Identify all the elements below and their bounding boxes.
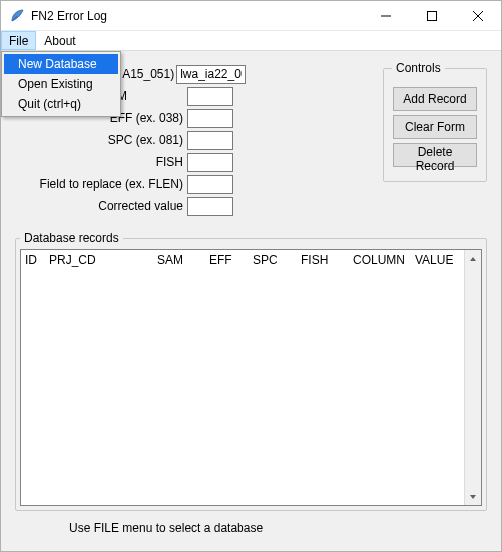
menu-quit-label: Quit (ctrl+q)	[18, 97, 81, 111]
records-scrollbar[interactable]	[464, 250, 481, 505]
col-column[interactable]: COLUMN	[349, 251, 411, 269]
spc-label: SPC (ex. 081)	[13, 133, 187, 147]
col-sam[interactable]: SAM	[153, 251, 205, 269]
fieldrep-input[interactable]	[187, 175, 233, 194]
col-spc[interactable]: SPC	[249, 251, 297, 269]
records-fieldset: Database records ID PRJ_CD SAM EFF SPC F…	[15, 231, 487, 511]
scroll-down-icon[interactable]	[465, 488, 482, 505]
menu-file[interactable]: File	[1, 31, 36, 50]
svg-rect-0	[428, 11, 437, 20]
add-record-button[interactable]: Add Record	[393, 87, 477, 111]
app-window: FN2 Error Log File About New Database Op…	[0, 0, 502, 552]
app-feather-icon	[9, 8, 25, 24]
controls-fieldset: Controls Add Record Clear Form Delete Re…	[383, 61, 487, 182]
corrected-label: Corrected value	[13, 199, 187, 213]
corrected-input[interactable]	[187, 197, 233, 216]
col-eff[interactable]: EFF	[205, 251, 249, 269]
col-prj[interactable]: PRJ_CD	[45, 251, 153, 269]
menu-open-existing-label: Open Existing	[18, 77, 93, 91]
controls-panel: Controls Add Record Clear Form Delete Re…	[381, 61, 489, 182]
row-fish: FISH	[13, 151, 363, 173]
row-corrected: Corrected value	[13, 195, 363, 217]
window-title: FN2 Error Log	[31, 9, 363, 23]
maximize-button[interactable]	[409, 1, 455, 30]
row-spc: SPC (ex. 081)	[13, 129, 363, 151]
client-area: VA_IA15_051) M EFF (ex. 038) SPC (ex. 08…	[1, 51, 501, 551]
scroll-up-icon[interactable]	[465, 250, 482, 267]
records-list-inner[interactable]: ID PRJ_CD SAM EFF SPC FISH COLUMN VALUE	[21, 250, 464, 505]
menu-about-label: About	[44, 34, 75, 48]
window-buttons	[363, 1, 501, 30]
col-fish[interactable]: FISH	[297, 251, 349, 269]
fish-input[interactable]	[187, 153, 233, 172]
controls-legend: Controls	[392, 61, 445, 75]
add-record-label: Add Record	[403, 92, 466, 106]
minimize-button[interactable]	[363, 1, 409, 30]
col-id[interactable]: ID	[21, 251, 45, 269]
eff-input[interactable]	[187, 109, 233, 128]
menu-quit[interactable]: Quit (ctrl+q)	[4, 94, 118, 114]
menu-file-label: File	[9, 34, 28, 48]
menu-open-existing[interactable]: Open Existing	[4, 74, 118, 94]
fieldrep-label: Field to replace (ex. FLEN)	[13, 177, 187, 191]
records-legend: Database records	[20, 231, 123, 245]
menu-new-database[interactable]: New Database	[4, 54, 118, 74]
clear-form-button[interactable]: Clear Form	[393, 115, 477, 139]
delete-record-button[interactable]: Delete Record	[393, 143, 477, 167]
close-button[interactable]	[455, 1, 501, 30]
col-value[interactable]: VALUE	[411, 251, 459, 269]
spc-input[interactable]	[187, 131, 233, 150]
title-bar: FN2 Error Log	[1, 1, 501, 31]
row-fieldrep: Field to replace (ex. FLEN)	[13, 173, 363, 195]
menu-new-database-label: New Database	[18, 57, 97, 71]
menu-bar: File About New Database Open Existing Qu…	[1, 31, 501, 51]
records-headers: ID PRJ_CD SAM EFF SPC FISH COLUMN VALUE	[21, 250, 464, 270]
fish-label: FISH	[13, 155, 187, 169]
sam-input[interactable]	[187, 87, 233, 106]
delete-record-label: Delete Record	[416, 145, 455, 173]
status-text: Use FILE menu to select a database	[13, 511, 489, 547]
records-list: ID PRJ_CD SAM EFF SPC FISH COLUMN VALUE	[20, 249, 482, 506]
file-dropdown: New Database Open Existing Quit (ctrl+q)	[1, 51, 121, 117]
menu-about[interactable]: About	[36, 31, 83, 50]
prj-cd-input[interactable]	[176, 65, 246, 84]
clear-form-label: Clear Form	[405, 120, 465, 134]
